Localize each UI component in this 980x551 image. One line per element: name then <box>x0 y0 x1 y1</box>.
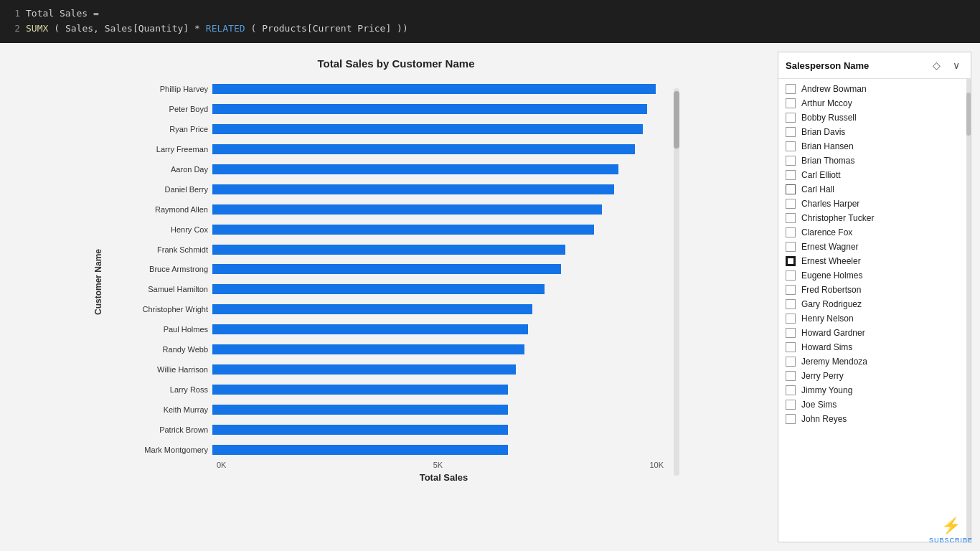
bar-label: Patrick Brown <box>108 425 212 434</box>
filter-item[interactable]: Arthur Mccoy <box>778 96 971 110</box>
filter-checkbox[interactable] <box>786 414 796 424</box>
filter-item-name: Bobby Russell <box>801 113 857 123</box>
chart-scrollbar[interactable] <box>674 88 679 476</box>
code-args-2: ( Products[Current Price] )) <box>251 22 408 37</box>
subscribe-text[interactable]: SUBSCRIBE <box>929 537 973 544</box>
filter-checkbox[interactable] <box>786 342 796 352</box>
bar-label: Samuel Hamilton <box>108 285 212 293</box>
bar-fill <box>212 104 647 114</box>
filter-list[interactable]: Andrew BowmanArthur MccoyBobby RussellBr… <box>778 79 971 542</box>
filter-item[interactable]: Ernest Wagner <box>778 240 971 254</box>
filter-checkbox[interactable] <box>786 357 796 367</box>
bar-row[interactable]: Henry Cox <box>108 222 664 237</box>
bar-track <box>212 204 664 215</box>
chart-scrollbar-thumb[interactable] <box>674 91 679 149</box>
filter-item[interactable]: Christopher Tucker <box>778 211 971 225</box>
filter-checkbox[interactable] <box>786 371 796 381</box>
reset-icon[interactable]: ◇ <box>929 58 943 72</box>
bars-container: Phillip Harvey Peter Boyd Ryan Price Lar… <box>108 81 671 458</box>
bar-track <box>212 304 664 314</box>
bar-row[interactable]: Phillip Harvey <box>108 81 664 97</box>
filter-item-name: Christopher Tucker <box>801 213 874 223</box>
filter-checkbox[interactable] <box>786 328 796 338</box>
filter-item[interactable]: Eugene Holmes <box>778 268 971 283</box>
filter-item[interactable]: Jimmy Young <box>778 383 971 397</box>
bar-row[interactable]: Patrick Brown <box>108 422 664 438</box>
filter-item-name: Jeremy Mendoza <box>801 357 867 367</box>
filter-item-name: Joe Sims <box>801 400 837 410</box>
bar-row[interactable]: Willie Harrison <box>108 362 664 377</box>
filter-checkbox[interactable] <box>786 385 796 395</box>
filter-checkbox[interactable] <box>786 400 796 410</box>
bar-label: Mark Montgomery <box>108 446 212 454</box>
bar-row[interactable]: Peter Boyd <box>108 101 664 117</box>
filter-item[interactable]: Andrew Bowman <box>778 82 971 96</box>
panel-scrollbar-thumb[interactable] <box>966 93 971 136</box>
filter-item[interactable]: Jerry Perry <box>778 369 971 383</box>
filter-checkbox[interactable] <box>786 270 796 281</box>
filter-checkbox[interactable] <box>786 184 796 194</box>
bar-row[interactable]: Bruce Armstrong <box>108 261 664 277</box>
bar-track <box>212 324 664 334</box>
bar-row[interactable]: Aaron Day <box>108 161 664 177</box>
filter-checkbox[interactable] <box>786 98 796 108</box>
bar-track <box>212 264 664 274</box>
filter-item[interactable]: John Reyes <box>778 412 971 426</box>
filter-checkbox[interactable] <box>786 227 796 237</box>
filter-item-name: Carl Hall <box>801 184 834 194</box>
bar-row[interactable]: Ryan Price <box>108 121 664 137</box>
filter-checkbox[interactable] <box>786 127 796 137</box>
x-tick: 10K <box>649 461 664 469</box>
bar-label: Keith Murray <box>108 405 212 414</box>
filter-checkbox[interactable] <box>786 170 796 180</box>
filter-checkbox[interactable] <box>786 141 796 151</box>
bar-row[interactable]: Randy Webb <box>108 342 664 357</box>
bar-row[interactable]: Larry Ross <box>108 382 664 397</box>
bar-row[interactable]: Christopher Wright <box>108 301 664 317</box>
filter-item[interactable]: Howard Sims <box>778 340 971 354</box>
filter-checkbox[interactable] <box>786 199 796 209</box>
filter-checkbox[interactable] <box>786 299 796 309</box>
filter-item[interactable]: Carl Hall <box>778 182 971 197</box>
bar-track <box>212 184 664 194</box>
filter-item[interactable]: Brian Thomas <box>778 154 971 168</box>
bar-fill <box>212 84 656 94</box>
bar-row[interactable]: Frank Schmidt <box>108 242 664 258</box>
filter-checkbox[interactable] <box>786 314 796 324</box>
filter-checkbox[interactable] <box>786 156 796 166</box>
bar-row[interactable]: Paul Holmes <box>108 321 664 337</box>
filter-checkbox[interactable] <box>786 113 796 123</box>
filter-item[interactable]: Brian Davis <box>778 125 971 139</box>
code-line-1: 1 Total Sales = <box>9 6 971 22</box>
collapse-icon[interactable]: ∨ <box>949 58 963 72</box>
filter-checkbox[interactable] <box>786 213 796 223</box>
filter-checkbox[interactable] <box>786 256 796 266</box>
bar-track <box>212 84 664 94</box>
filter-item[interactable]: Fred Robertson <box>778 283 971 297</box>
filter-item[interactable]: Howard Gardner <box>778 326 971 340</box>
filter-item[interactable]: Bobby Russell <box>778 110 971 125</box>
bar-row[interactable]: Raymond Allen <box>108 202 664 217</box>
bar-fill <box>212 385 508 395</box>
bar-row[interactable]: Keith Murray <box>108 402 664 418</box>
y-axis-label: Customer Name <box>91 81 105 483</box>
filter-item[interactable]: Joe Sims <box>778 397 971 412</box>
filter-checkbox[interactable] <box>786 84 796 94</box>
filter-item[interactable]: Jeremy Mendoza <box>778 354 971 369</box>
filter-item[interactable]: Carl Elliott <box>778 168 971 182</box>
filter-item[interactable]: Ernest Wheeler <box>778 254 971 268</box>
panel-scrollbar[interactable] <box>966 78 971 542</box>
filter-item[interactable]: Gary Rodriguez <box>778 297 971 311</box>
filter-item[interactable]: Clarence Fox <box>778 225 971 240</box>
subscribe-icon[interactable]: ⚡ <box>941 517 961 535</box>
filter-checkbox[interactable] <box>786 242 796 252</box>
filter-checkbox[interactable] <box>786 285 796 295</box>
filter-item[interactable]: Henry Nelson <box>778 311 971 326</box>
bar-row[interactable]: Larry Freeman <box>108 141 664 157</box>
filter-item[interactable]: Brian Hansen <box>778 139 971 154</box>
filter-item[interactable]: Charles Harper <box>778 197 971 211</box>
bar-row[interactable]: Samuel Hamilton <box>108 281 664 297</box>
bar-row[interactable]: Daniel Berry <box>108 182 664 197</box>
bar-row[interactable]: Mark Montgomery <box>108 442 664 458</box>
code-sumx: SUMX <box>26 22 48 37</box>
